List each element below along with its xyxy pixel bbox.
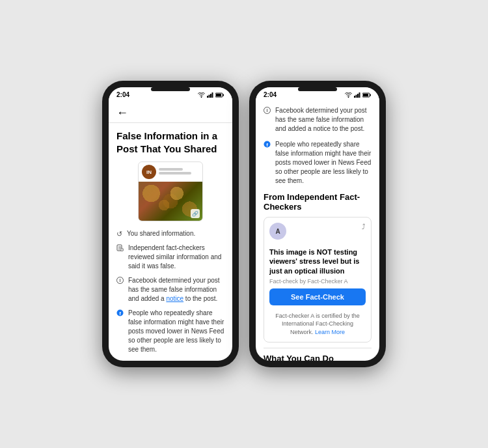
status-icons-1	[198, 92, 224, 98]
repeat-icon: ↺	[116, 230, 122, 238]
status-time-1: 2:04	[116, 91, 129, 98]
facebook-svg-2: f	[264, 141, 271, 148]
fc-title-2: This image is NOT testing viewers' stres…	[269, 247, 366, 275]
wifi-icon-2	[345, 92, 352, 98]
svg-text:f: f	[266, 142, 268, 148]
phones-container: 2:04	[89, 68, 399, 380]
post-line-1	[159, 168, 183, 171]
info-item-1: Independent fact-checkers reviewed simil…	[116, 244, 224, 271]
phone1-body: False Information in a Post That You Sha…	[109, 123, 232, 361]
svg-rect-18	[354, 96, 355, 98]
info-banner-1: i Facebook determined your post has the …	[264, 106, 372, 133]
learn-more-link[interactable]: Learn More	[315, 329, 345, 335]
link-icon: 🔗	[191, 209, 200, 218]
what-section-title: What You Can Do	[264, 348, 372, 361]
nav-bar-1: ←	[109, 101, 232, 123]
info-item-2: i Facebook determined your post has the …	[116, 276, 224, 303]
see-factcheck-button[interactable]: See Fact-Check	[269, 288, 366, 305]
phone-screen-2: 2:04	[256, 87, 379, 361]
fact-check-card-2: A ⤴ This image is NOT testing viewers' s…	[264, 217, 372, 343]
phone2-body: i Facebook determined your post has the …	[256, 101, 379, 361]
info-item-0: ↺ You shared information.	[116, 229, 224, 238]
back-button-1[interactable]: ←	[116, 106, 128, 119]
svg-rect-2	[210, 94, 211, 98]
factcheck-svg	[116, 244, 124, 251]
phone-notch-1	[151, 87, 190, 91]
info-text-3: People who repeatedly share false inform…	[128, 309, 224, 354]
info-text-2: Facebook determined your post has the sa…	[128, 276, 224, 303]
svg-rect-3	[212, 92, 213, 98]
post-card-header: IN	[139, 162, 202, 182]
page-title-1: False Information in a Post That You Sha…	[116, 130, 224, 155]
phone-notch-2	[298, 87, 337, 91]
svg-text:i: i	[267, 108, 268, 113]
post-line-2	[159, 172, 191, 175]
post-avatar: IN	[142, 165, 156, 179]
post-preview: IN 🔗	[116, 161, 224, 221]
fc-meta-text: Fact-check by Fact-Checker A	[269, 278, 348, 285]
section-title-2: From Independent Fact-Checkers	[264, 192, 372, 212]
svg-rect-19	[356, 94, 357, 98]
svg-rect-24	[363, 94, 368, 96]
wifi-icon-1	[198, 92, 205, 98]
svg-text:f: f	[119, 311, 121, 316]
signal-icon-1	[207, 92, 213, 98]
phone-2: 2:04	[249, 81, 386, 367]
info-svg-1: i	[116, 277, 124, 284]
factcheck-icon	[116, 244, 124, 253]
info-text-1: Independent fact-checkers reviewed simil…	[128, 244, 224, 271]
post-card: IN 🔗	[138, 161, 203, 221]
phone-screen-1: 2:04	[109, 87, 232, 361]
status-icons-2	[345, 92, 372, 98]
fc-card-header: A ⤴	[269, 223, 366, 244]
facebook-icon-2: f	[264, 141, 271, 150]
share-icon[interactable]: ⤴	[362, 223, 366, 231]
battery-icon-1	[215, 92, 224, 98]
banner2-text: People who repeatedly share false inform…	[275, 140, 372, 186]
post-card-lines	[159, 168, 199, 176]
fc-avatar-2: A	[269, 223, 286, 240]
post-card-image: 🔗	[139, 182, 202, 221]
info-circle-icon-2: i	[264, 107, 271, 116]
svg-rect-0	[207, 96, 208, 98]
svg-rect-21	[359, 92, 360, 98]
battery-icon-2	[362, 92, 372, 98]
signal-icon-2	[354, 92, 360, 98]
fc-meta: Fact-check by Fact-Checker A	[269, 278, 366, 285]
banner1-text: Facebook determined your post has the sa…	[275, 106, 372, 133]
svg-rect-6	[216, 94, 221, 96]
fc-certified-text: Fact-checker A is certified by the Inter…	[269, 312, 366, 337]
facebook-icon-1: f	[116, 309, 124, 318]
svg-text:i: i	[120, 278, 121, 283]
facebook-svg-1: f	[116, 309, 124, 316]
info-text-0: You shared information.	[127, 229, 195, 238]
svg-rect-5	[223, 94, 224, 96]
info-svg-2: i	[264, 107, 271, 114]
phone-1: 2:04	[102, 81, 239, 367]
info-banner-2: f People who repeatedly share false info…	[264, 140, 372, 186]
info-circle-icon-1: i	[116, 277, 124, 285]
status-time-2: 2:04	[264, 91, 277, 98]
svg-rect-23	[370, 94, 372, 96]
svg-rect-20	[357, 94, 359, 98]
svg-rect-1	[209, 94, 210, 98]
info-item-3: f People who repeatedly share false info…	[116, 309, 224, 354]
